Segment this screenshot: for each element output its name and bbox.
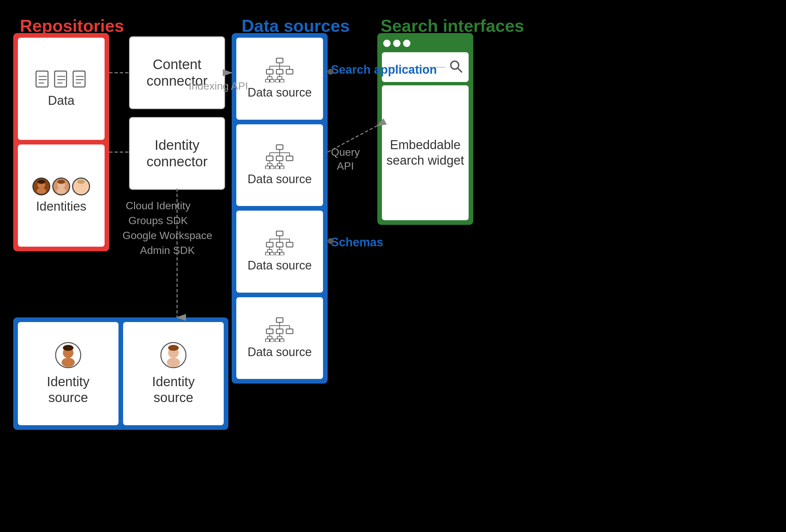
svg-rect-41 [280,79,284,82]
indexing-api-label: Indexing API [189,79,248,93]
svg-rect-103 [275,339,279,342]
content-connector-box: Contentconnector [129,37,225,109]
svg-rect-0 [36,71,48,87]
svg-rect-69 [267,242,273,247]
search-icon [449,59,463,75]
data-repo-inner: Data [18,38,105,140]
svg-point-19 [76,188,86,194]
query-api-label: QueryAPI [331,145,360,173]
face-icon-3 [72,177,90,195]
identity-connector-label: Identityconnector [146,137,208,170]
doc-icon-1 [35,70,51,90]
identity-source-label-2: Identitysource [152,373,195,405]
svg-rect-61 [275,166,279,169]
identities-repo-inner: Identities [18,144,105,247]
identity-connector-box: Identityconnector [129,117,225,190]
svg-point-105 [451,61,459,69]
svg-rect-71 [286,242,293,247]
svg-rect-104 [280,339,284,342]
face-icon-1 [32,177,50,195]
svg-point-20 [77,180,85,184]
identity-source-inner-2: Identitysource [123,322,224,425]
datasource-inner-1: Data source [236,38,323,120]
svg-rect-90 [267,329,273,334]
svg-rect-77 [270,252,274,255]
svg-rect-34 [265,79,270,82]
svg-rect-55 [265,166,270,169]
tree-icon-3 [265,231,295,255]
face-icons [32,177,90,195]
svg-rect-40 [275,79,279,82]
datasource-label-1: Data source [248,86,312,99]
tree-icon-2 [265,144,295,169]
svg-line-106 [458,68,462,72]
svg-rect-56 [270,166,274,169]
connectors-column: Contentconnector Identityconnector [129,37,225,190]
bullet-schemas [328,238,333,244]
identity-face-icon-1 [55,342,82,370]
svg-rect-76 [265,252,270,255]
svg-point-113 [167,358,180,367]
svg-rect-84 [276,318,283,322]
svg-rect-27 [267,69,273,74]
search-interfaces-section-label: Search interfaces [380,16,524,36]
svg-rect-97 [265,339,270,342]
svg-rect-92 [286,329,293,334]
svg-rect-63 [276,231,283,236]
svg-point-114 [168,345,179,351]
svg-rect-42 [276,145,283,149]
svg-point-110 [63,345,73,351]
svg-rect-91 [276,329,283,334]
doc-icon-2 [53,70,69,90]
svg-point-109 [62,358,75,367]
datasource-label-2: Data source [248,172,312,186]
svg-point-16 [56,188,66,194]
identity-face-icon-2 [160,342,187,370]
svg-rect-35 [270,79,274,82]
search-dot-2 [393,40,400,47]
svg-rect-48 [267,156,273,161]
search-dot-3 [403,40,410,47]
datasource-inner-3: Data source [236,211,323,293]
svg-point-14 [38,180,45,184]
svg-rect-28 [276,69,283,74]
identity-source-inner-1: Identitysource [18,322,118,425]
search-top-bar [382,38,469,49]
svg-rect-82 [275,252,279,255]
datasource-label-3: Data source [248,259,312,272]
bullet-search-application [328,69,333,75]
tree-icon-1 [265,57,295,82]
svg-rect-98 [270,339,274,342]
datasource-inner-2: Data source [236,124,323,206]
data-label: Data [48,94,74,108]
search-dot-1 [383,40,391,47]
svg-rect-49 [276,156,283,161]
svg-rect-70 [276,242,283,247]
svg-rect-29 [286,69,293,74]
doc-icons [35,70,88,90]
svg-point-17 [57,180,65,184]
datasource-inner-4: Data source [236,297,323,379]
repositories-section-label: Repositories [20,16,124,36]
svg-rect-4 [54,71,67,87]
search-application-label: Search application [331,62,437,78]
face-icon-2 [52,177,70,195]
datasources-section-label: Data sources [241,16,350,36]
svg-rect-8 [73,71,85,87]
identity-sources-box: Identitysource Identitysource [13,317,228,430]
schemas-label: Schemas [331,235,383,250]
svg-rect-21 [276,58,283,63]
embeddable-search-widget-box: Embeddable search widget [382,85,469,220]
widget-label: Embeddable search widget [382,137,469,169]
svg-rect-50 [286,156,293,161]
tree-icon-4 [265,317,295,342]
svg-point-13 [37,188,46,194]
svg-rect-83 [280,252,284,255]
svg-rect-62 [280,166,284,169]
datasource-label-4: Data source [248,345,312,359]
google-workspace-label: Google WorkspaceAdmin SDK [122,228,212,258]
identities-label: Identities [36,199,86,214]
identity-source-label-1: Identitysource [47,373,90,405]
search-interfaces-box: Embeddable search widget [377,33,473,225]
cloud-identity-label: Cloud IdentityGroups SDK [126,198,191,228]
